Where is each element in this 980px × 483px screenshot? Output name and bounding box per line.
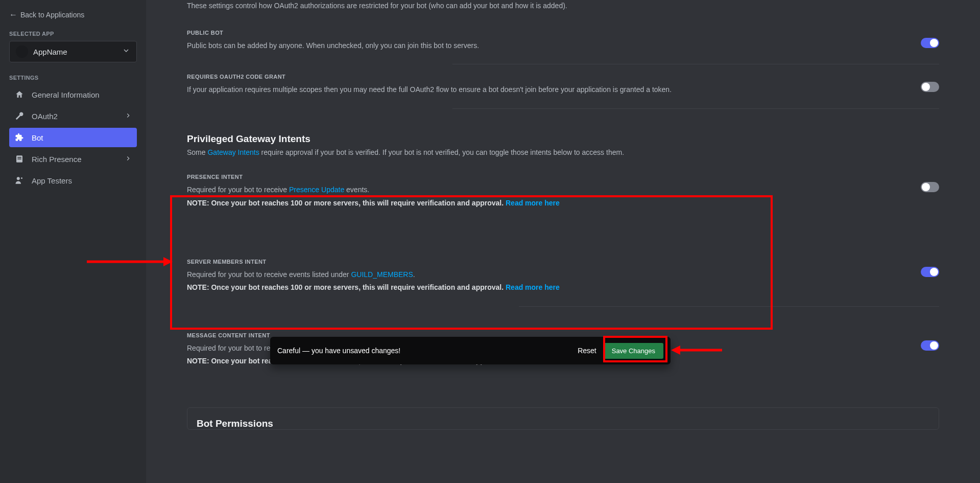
bot-permissions-title: Bot Permissions <box>197 418 929 429</box>
message-content-intent-toggle[interactable] <box>921 340 939 351</box>
sidebar-item-label: Rich Presence <box>32 155 82 164</box>
presence-update-link[interactable]: Presence Update <box>289 186 344 194</box>
back-label: Back to Applications <box>20 11 84 19</box>
divider <box>452 64 939 64</box>
sidebar-item-label: Bot <box>32 133 43 142</box>
chevron-right-icon <box>125 155 132 164</box>
public-bot-desc: Public bots can be added by anyone. When… <box>187 41 939 51</box>
main-content: These settings control how OAuth2 author… <box>146 0 980 483</box>
app-name-label: AppName <box>33 48 117 56</box>
app-avatar <box>16 45 28 58</box>
sidebar-item-label: App Testers <box>32 176 72 185</box>
intents-section-title: Privileged Gateway Intents <box>187 133 939 145</box>
presence-intent-note: NOTE: Once your bot reaches 100 or more … <box>187 198 939 209</box>
gateway-intents-link[interactable]: Gateway Intents <box>207 148 259 156</box>
sidebar-item-general-information[interactable]: General Information <box>9 85 137 104</box>
server-members-intent-note: NOTE: Once your bot reaches 100 or more … <box>187 283 939 293</box>
public-bot-field: PUBLIC BOT Public bots can be added by a… <box>187 30 939 51</box>
oauth-grant-toggle[interactable] <box>921 82 939 92</box>
bot-permissions-panel: Bot Permissions <box>187 407 939 430</box>
public-bot-label: PUBLIC BOT <box>187 30 939 36</box>
oauth-grant-label: REQUIRES OAUTH2 CODE GRANT <box>187 74 939 80</box>
puzzle-icon <box>14 132 25 143</box>
server-members-intent-label: SERVER MEMBERS INTENT <box>187 259 939 265</box>
sidebar-item-label: General Information <box>32 90 100 99</box>
wrench-icon <box>14 111 25 121</box>
sidebar-item-app-testers[interactable]: App Testers <box>9 171 137 190</box>
sidebar-item-label: OAuth2 <box>32 112 58 121</box>
svg-rect-1 <box>17 157 21 158</box>
settings-header: SETTINGS <box>9 75 137 81</box>
sidebar: ← Back to Applications SELECTED APP AppN… <box>0 0 146 483</box>
back-to-applications-link[interactable]: ← Back to Applications <box>9 10 137 19</box>
presence-intent-field: PRESENCE INTENT Required for your bot to… <box>187 174 939 208</box>
sidebar-item-bot[interactable]: Bot <box>9 128 137 147</box>
server-members-intent-field: SERVER MEMBERS INTENT Required for your … <box>187 259 939 293</box>
guild-members-link[interactable]: GUILD_MEMBERS <box>351 270 413 279</box>
public-bot-toggle[interactable] <box>921 38 939 48</box>
person-icon <box>14 175 25 186</box>
sidebar-item-oauth2[interactable]: OAuth2 <box>9 106 137 126</box>
chevron-right-icon <box>125 112 132 121</box>
presence-intent-desc: Required for your bot to receive Presenc… <box>187 185 939 195</box>
document-icon <box>14 154 25 164</box>
server-members-intent-toggle[interactable] <box>921 267 939 277</box>
svg-point-4 <box>21 177 22 179</box>
read-more-link[interactable]: Read more here <box>506 283 560 291</box>
oauth-grant-desc: If your application requires multiple sc… <box>187 85 939 95</box>
presence-intent-label: PRESENCE INTENT <box>187 174 939 180</box>
home-icon <box>14 89 25 100</box>
svg-point-3 <box>17 177 20 180</box>
intents-section-desc: Some Gateway Intents require approval if… <box>187 148 939 158</box>
chevron-down-icon <box>122 47 130 57</box>
svg-rect-2 <box>17 158 21 159</box>
presence-intent-toggle[interactable] <box>921 182 939 192</box>
intro-text: These settings control how OAuth2 author… <box>187 1 939 11</box>
save-changes-button[interactable]: Save Changes <box>604 343 663 359</box>
sidebar-item-rich-presence[interactable]: Rich Presence <box>9 149 137 169</box>
app-selector[interactable]: AppName <box>9 41 137 62</box>
selected-app-header: SELECTED APP <box>9 31 137 37</box>
oauth-grant-field: REQUIRES OAUTH2 CODE GRANT If your appli… <box>187 74 939 95</box>
read-more-link[interactable]: Read more here <box>506 199 560 207</box>
unsaved-changes-bar: Careful — you have unsaved changes! Rese… <box>270 337 671 364</box>
arrow-left-icon: ← <box>9 10 17 19</box>
unsaved-changes-text: Careful — you have unsaved changes! <box>277 347 571 355</box>
divider <box>452 108 939 109</box>
server-members-intent-desc: Required for your bot to receive events … <box>187 270 939 280</box>
reset-button[interactable]: Reset <box>571 342 603 359</box>
